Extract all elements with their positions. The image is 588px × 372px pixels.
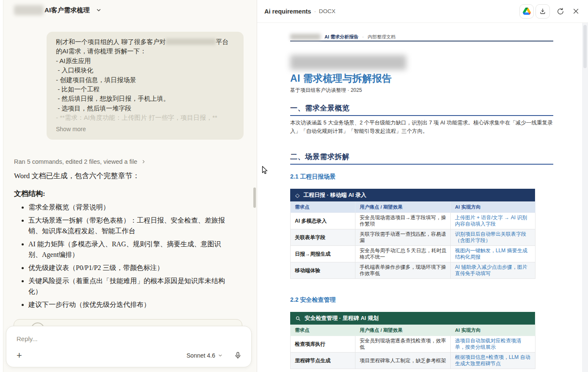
section-2-heading: 二、场景需求拆解 bbox=[290, 153, 553, 165]
chevron-down-icon[interactable] bbox=[96, 7, 102, 13]
show-more-link[interactable]: Show more bbox=[56, 124, 235, 134]
assistant-message: Word 文档已生成，包含六个完整章节： 文档结构: 需求全景概览（背景说明）五… bbox=[14, 171, 233, 312]
model-selector[interactable]: Sonnet 4.6 bbox=[186, 352, 223, 359]
tool-summary[interactable]: Ran 5 commands, edited 2 files, viewed a… bbox=[14, 158, 146, 165]
table-cell: AI 多模态录入 bbox=[291, 213, 355, 229]
table-row: 移动端体验手机端表单操作步骤多，现场环境下操作效率低AI 辅助录入减少点击步骤，… bbox=[291, 262, 535, 279]
page-header-title: AI 需求分析报告 bbox=[325, 34, 358, 39]
page-header-subtitle: 内部整理文档 bbox=[368, 34, 396, 39]
table-header-row: 需求点用户痛点 / 期望效果AI 实现方向 bbox=[291, 202, 535, 213]
close-button[interactable] bbox=[569, 5, 582, 18]
composer-toolbar: + Sonnet 4.6 bbox=[17, 351, 242, 359]
mouse-cursor bbox=[262, 166, 268, 175]
document-title: Ai requirements bbox=[264, 8, 311, 15]
table-row: 日报→周报生成安全员每周手动汇总 5 天日志，耗时且格式不统一视图内一键触发，L… bbox=[291, 246, 535, 262]
redacted-text bbox=[166, 39, 216, 45]
document-structure-item: 建议下一步行动（按优先级分迭代排布） bbox=[28, 299, 233, 310]
user-message-line: - 选项目，然后填一堆字段 bbox=[56, 104, 235, 113]
requirements-table: 需求点用户痛点 / 期望效果AI 实现方向 检查项库执行安全员到现场需逐条查找检… bbox=[290, 325, 535, 369]
user-message-line: - 比如一个工程 bbox=[56, 85, 235, 94]
table-title-band: 安全检查管理 · 里程碑 AI 规划 bbox=[290, 312, 535, 325]
chat-header[interactable]: AI客户需求梳理 bbox=[14, 5, 102, 15]
redacted-doc-title bbox=[290, 55, 406, 70]
microphone-icon[interactable] bbox=[234, 351, 242, 359]
column-header: AI 实现方向 bbox=[451, 325, 535, 336]
column-header: 用户痛点 / 期望效果 bbox=[355, 325, 451, 336]
section-2-2-heading: 2.2 安全检查管理 bbox=[290, 296, 582, 303]
user-message-lines: 的AI需求，请你梳理 拆解一下：- AI原生应用 - 入口模块化- 创建项目信息… bbox=[56, 47, 235, 122]
table-title: 工程日报 · 移动端 AI 录入 bbox=[303, 191, 366, 199]
table-cell: 安全员现场需选项目→逐字段填写，操作繁琐 bbox=[355, 213, 451, 229]
google-drive-button[interactable] bbox=[519, 4, 534, 19]
section-2-1-heading: 2.1 工程日报场景 bbox=[290, 173, 582, 180]
table-title: 安全检查管理 · 里程碑 AI 规划 bbox=[305, 314, 379, 322]
assistant-intro: Word 文档已生成，包含六个完整章节： bbox=[14, 171, 233, 181]
requirements-table: 需求点用户痛点 / 期望效果AI 实现方向 AI 多模态录入安全员现场需选项目→… bbox=[290, 201, 535, 279]
document-structure-list: 需求全景概览（背景说明）五大场景逐一拆解（带彩色表格）：工程日报、安全检查、差旅… bbox=[14, 202, 233, 310]
document-scroll-area[interactable]: AI 需求分析报告 · 内部整理文档 AI 需求梳理与拆解报告 基于项目组客户访… bbox=[257, 23, 582, 372]
tool-summary-label: Ran 5 commands, edited 2 files, viewed a… bbox=[14, 158, 137, 165]
table-cell: 日报→周报生成 bbox=[291, 246, 355, 262]
document-structure-item: 优先级建议表（P0/P1/P2 三级，带颜色标注） bbox=[28, 262, 233, 273]
table-row: AI 多模态录入安全员现场需选项目→逐字段填写，操作繁琐上传图片 + 语音/文字… bbox=[291, 213, 535, 229]
table-cell: 关联表单字段 bbox=[291, 229, 355, 246]
section-1-paragraph: 本次访谈涵盖 5 大业务场景、2 个平台级能力缺口，识别出 7 项 AI 功能需… bbox=[290, 118, 554, 135]
document-type-badge: DOCX bbox=[319, 8, 336, 14]
magnifier-icon bbox=[295, 316, 301, 321]
section-1-heading: 一、需求全景概览 bbox=[290, 104, 553, 116]
document-structure-item: 关键风险提示（着重点出「技能难用」的根本原因是知识库未结构化） bbox=[28, 276, 233, 297]
table-cell: 里程碑节点生成 bbox=[291, 353, 355, 369]
document-header: Ai requirements · DOCX bbox=[257, 0, 588, 23]
chevron-down-icon bbox=[218, 353, 223, 358]
user-message-line: 的AI需求，请你梳理 拆解一下： bbox=[56, 47, 235, 56]
user-message-line: - 入口模块化 bbox=[56, 66, 235, 75]
user-message[interactable]: 刚才和一个项目组的人 聊了很多客户对平台 的AI需求，请你梳理 拆解一下：- A… bbox=[47, 32, 244, 140]
conversation-title: AI客户需求梳理 bbox=[44, 6, 90, 14]
table-cell: 关联字段需手动逐一查找匹配，容易遗漏 bbox=[355, 229, 451, 246]
chevron-right-icon bbox=[141, 159, 146, 164]
user-message-line: - **需求：AI角度功能：上传图片 打一些字，项目日报，** bbox=[56, 113, 235, 122]
user-message-line: - AI原生应用 bbox=[56, 56, 235, 66]
document-structure-item: 五大场景逐一拆解（带彩色表格）：工程日报、安全检查、差旅报销、知识库&流程发起、… bbox=[28, 215, 233, 236]
close-icon bbox=[572, 8, 580, 15]
attach-button[interactable]: + bbox=[17, 352, 22, 359]
table-header-row: 需求点用户痛点 / 期望效果AI 实现方向 bbox=[291, 325, 535, 336]
chat-scrollbar[interactable] bbox=[253, 187, 256, 208]
document-structure-item: AI 能力矩阵（多模态录入、RAG、规则引擎、摘要生成、意图识别、Agent编排… bbox=[28, 239, 233, 260]
column-header: 需求点 bbox=[291, 325, 355, 336]
document-page: AI 需求分析报告 · 内部整理文档 AI 需求梳理与拆解报告 基于项目组客户访… bbox=[257, 23, 582, 369]
document-preview-panel: Ai requirements · DOCX bbox=[257, 0, 588, 372]
document-structure-item: 需求全景概览（背景说明） bbox=[28, 202, 233, 212]
table-cell: 上传图片 + 语音/文字 → AI 识别内容自动填入字段 bbox=[451, 213, 535, 229]
user-message-line: 刚才和一个项目组的人 聊了很多客户对平台 bbox=[56, 37, 235, 47]
scrollbar-thumb[interactable] bbox=[583, 25, 587, 68]
app-window: AI客户需求梳理 刚才和一个项目组的人 聊了很多客户对平台 的AI需求，请你梳理… bbox=[0, 0, 588, 372]
refresh-button[interactable] bbox=[554, 5, 567, 18]
user-message-line: - 创建项目信息，填日报场景 bbox=[56, 75, 235, 85]
table-safety-inspection: 安全检查管理 · 里程碑 AI 规划 需求点用户痛点 / 期望效果AI 实现方向… bbox=[290, 312, 535, 369]
table-row: 里程碑节点生成项目里程碑靠人工制定，缺乏参考框架根据项目信息+检查项，LLM 自… bbox=[291, 353, 535, 369]
download-button[interactable] bbox=[535, 4, 550, 19]
table-row: 检查项库执行安全员到现场需逐条查找检查项，效率低选项目自动加载对应检查项清单，按… bbox=[291, 336, 535, 353]
table-cell: 选项目自动加载对应检查项清单，按类分组展示 bbox=[451, 336, 535, 353]
google-drive-icon bbox=[523, 8, 531, 15]
doc-title-heading: AI 需求梳理与拆解报告 bbox=[290, 73, 582, 84]
reply-composer[interactable]: Reply... + Sonnet 4.6 bbox=[6, 326, 252, 367]
diamond-icon: ◇ bbox=[295, 192, 300, 198]
column-header: 用户痛点 / 期望效果 bbox=[355, 202, 451, 213]
document-scrollbar[interactable] bbox=[582, 23, 588, 372]
chat-panel: AI客户需求梳理 刚才和一个项目组的人 聊了很多客户对平台 的AI需求，请你梳理… bbox=[3, 0, 257, 372]
table-cell: 移动端体验 bbox=[291, 262, 355, 279]
header-rule bbox=[290, 41, 553, 41]
table-cell: 项目里程碑靠人工制定，缺乏参考框架 bbox=[355, 353, 451, 369]
table-cell: 安全员每周手动汇总 5 天日志，耗时且格式不统一 bbox=[355, 246, 451, 262]
table-cell: AI 辅助录入减少点击步骤，图片直传免手动填写 bbox=[451, 262, 535, 279]
reply-input[interactable]: Reply... bbox=[17, 335, 38, 342]
user-message-line: - 然后填日报，想放到日报，手机上填。 bbox=[56, 94, 235, 103]
column-header: 需求点 bbox=[291, 202, 355, 213]
refresh-icon bbox=[556, 7, 565, 16]
table-title-band: ◇ 工程日报 · 移动端 AI 录入 bbox=[290, 189, 535, 201]
download-icon bbox=[539, 8, 546, 15]
table-cell: 安全员到现场需逐条查找检查项，效率低 bbox=[355, 336, 451, 353]
redacted-title-prefix bbox=[14, 5, 44, 15]
